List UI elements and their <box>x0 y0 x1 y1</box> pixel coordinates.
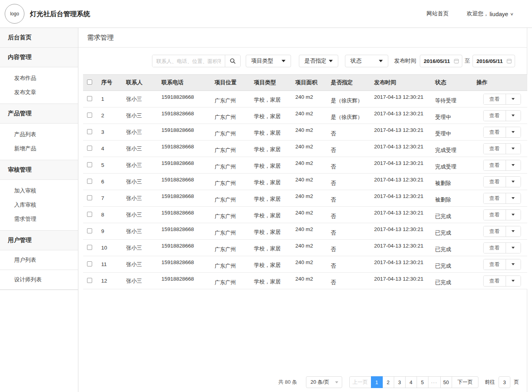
view-button[interactable]: 查看 <box>484 193 506 203</box>
action-dropdown-button[interactable] <box>506 259 521 270</box>
row-checkbox[interactable] <box>87 146 92 151</box>
chevron-down-icon: ∨ <box>510 12 514 16</box>
row-checkbox[interactable] <box>87 96 92 101</box>
cell-checkbox <box>83 223 97 240</box>
page-button[interactable]: 2 <box>382 376 394 388</box>
date-to-input[interactable]: 2016/05/11 <box>473 55 515 67</box>
row-checkbox[interactable] <box>87 179 92 184</box>
sidebar-item[interactable]: 用户列表 <box>0 250 78 270</box>
action-dropdown-button[interactable] <box>506 111 521 121</box>
row-checkbox[interactable] <box>87 228 92 233</box>
date-from-input[interactable]: 2016/05/11 <box>420 55 462 67</box>
goto-page-input[interactable]: 3 <box>499 376 510 388</box>
row-checkbox[interactable] <box>87 162 92 167</box>
row-checkbox[interactable] <box>87 278 92 283</box>
action-dropdown-button[interactable] <box>506 177 521 187</box>
sidebar-item[interactable]: 需求管理 <box>0 212 78 226</box>
nav-site-home-link[interactable]: 网站首页 <box>426 10 449 17</box>
view-button[interactable]: 查看 <box>484 243 506 253</box>
table-header-row: 序号 联系人 联系电话 项目位置 项目类型 项目面积 是否指定 发布时间 状态 … <box>83 75 527 91</box>
view-button[interactable]: 查看 <box>484 259 506 270</box>
sidebar-section-header[interactable]: 产品管理 <box>0 104 78 124</box>
action-dropdown-button[interactable] <box>506 193 521 203</box>
view-button[interactable]: 查看 <box>484 144 506 154</box>
filter-project-type-dropdown[interactable]: 项目类型 <box>246 55 291 67</box>
page-size-select[interactable]: 20 条/页 <box>306 376 342 388</box>
table-row: 8张小三15918828668广东广州学校，家居240 m2否2017-04-1… <box>83 207 527 223</box>
next-page-button[interactable]: 下一页 <box>452 376 478 388</box>
cell-text: 240 m2 <box>295 111 313 116</box>
cell-type: 学校，家居 <box>250 207 291 223</box>
sidebar-item[interactable]: 加入审核 <box>0 184 78 198</box>
filter-project-type-label: 项目类型 <box>251 57 273 65</box>
view-button[interactable]: 查看 <box>484 127 506 137</box>
filter-assigned-dropdown[interactable]: 是否指定 <box>299 55 338 67</box>
page-button[interactable]: 4 <box>405 376 417 388</box>
view-button[interactable]: 查看 <box>484 226 506 237</box>
page-button[interactable]: 5 <box>417 376 428 388</box>
prev-page-button[interactable]: 上一页 <box>349 376 371 388</box>
select-all-checkbox[interactable] <box>87 80 92 85</box>
search-input[interactable] <box>152 55 225 67</box>
cell-assigned: 否 <box>327 240 370 256</box>
caret-down-icon <box>512 148 515 150</box>
page-button[interactable]: 3 <box>394 376 406 388</box>
action-dropdown-button[interactable] <box>506 226 521 237</box>
caret-down-icon <box>512 197 515 199</box>
username: liudaye <box>489 11 508 17</box>
sidebar-section-header[interactable]: 审核管理 <box>0 160 78 180</box>
sidebar-section-header[interactable]: 后台首页 <box>0 28 78 48</box>
sidebar-item[interactable]: 发布作品 <box>0 71 78 85</box>
cell-text: 否 <box>331 230 336 236</box>
row-checkbox[interactable] <box>87 261 92 266</box>
caret-down-icon <box>512 263 515 265</box>
table-row: 3张小三15918828668广东广州学校，家居240 m2否2017-04-1… <box>83 124 527 141</box>
sidebar-section-header[interactable]: 内容管理 <box>0 48 78 67</box>
row-checkbox[interactable] <box>87 212 92 217</box>
action-dropdown-button[interactable] <box>506 210 521 220</box>
sidebar-item[interactable]: 产品列表 <box>0 128 78 142</box>
action-dropdown-button[interactable] <box>506 144 521 154</box>
action-dropdown-button[interactable] <box>506 127 521 137</box>
page-button[interactable]: 50 <box>440 376 452 388</box>
row-checkbox[interactable] <box>87 245 92 250</box>
cell-text: 12 <box>101 278 107 284</box>
cell-location: 广东广州 <box>211 273 250 289</box>
cell-text: 2017-04-13 12:30:21 <box>374 111 423 116</box>
cell-area: 240 m2 <box>291 174 327 190</box>
cell-text: 15918828668 <box>161 111 194 116</box>
goto-label: 前往 <box>485 379 495 386</box>
calendar-icon <box>454 58 459 64</box>
cell-text: 否 <box>331 164 336 170</box>
action-dropdown-button[interactable] <box>506 160 521 170</box>
cell-text: 2017-04-13 12:30:21 <box>374 144 423 150</box>
view-button[interactable]: 查看 <box>484 111 506 121</box>
sidebar-item[interactable]: 入库审核 <box>0 198 78 212</box>
cell-text: 11 <box>101 261 107 267</box>
sidebar-item[interactable]: 新增产品 <box>0 142 78 156</box>
cell-text: 240 m2 <box>295 226 313 232</box>
view-button[interactable]: 查看 <box>484 160 506 170</box>
row-checkbox[interactable] <box>87 195 92 200</box>
view-button[interactable]: 查看 <box>484 94 506 104</box>
action-dropdown-button[interactable] <box>506 94 521 104</box>
view-button[interactable]: 查看 <box>484 210 506 220</box>
more-pages-button[interactable]: ··· <box>428 376 441 388</box>
sidebar-item[interactable]: 设计师列表 <box>0 270 78 290</box>
sidebar-item[interactable]: 发布文章 <box>0 85 78 100</box>
sidebar-section-header[interactable]: 用户管理 <box>0 231 78 250</box>
cell-contact: 张小三 <box>122 240 158 256</box>
action-dropdown-button[interactable] <box>506 243 521 253</box>
filter-status-dropdown[interactable]: 状态 <box>345 55 388 67</box>
requests-table: 序号 联系人 联系电话 项目位置 项目类型 项目面积 是否指定 发布时间 状态 … <box>83 74 527 289</box>
view-button[interactable]: 查看 <box>484 177 506 187</box>
sidebar-item-label: 产品列表 <box>14 131 36 138</box>
row-checkbox[interactable] <box>87 129 92 134</box>
table-row: 2张小三15918828668广东广州学校，家居240 m2是（徐庆辉）2017… <box>83 107 527 124</box>
row-checkbox[interactable] <box>87 113 92 118</box>
user-menu[interactable]: 欢迎您， liudaye ∨ <box>467 10 513 17</box>
view-button[interactable]: 查看 <box>484 276 506 286</box>
search-button[interactable] <box>225 55 240 67</box>
action-dropdown-button[interactable] <box>506 276 521 286</box>
page-button[interactable]: 1 <box>371 376 383 388</box>
